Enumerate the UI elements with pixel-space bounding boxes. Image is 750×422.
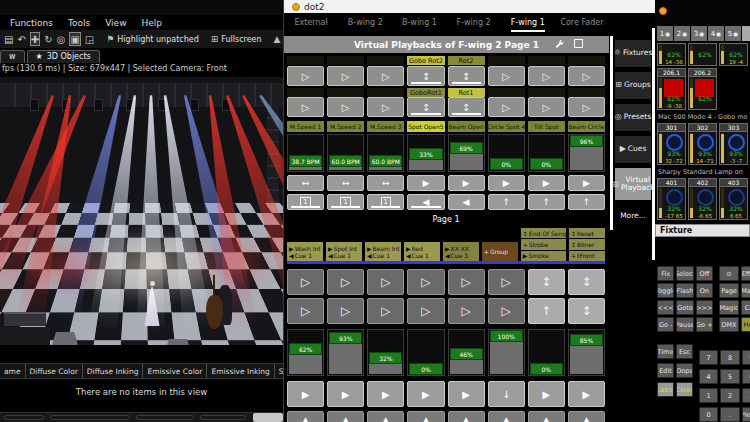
key-macro[interactable]: Macro <box>741 283 750 298</box>
view-tab-2[interactable]: 2◉ <box>674 26 690 41</box>
fixture-cell-302[interactable]: 93% 14 -71 <box>688 131 717 165</box>
executor-button[interactable]: ▷ <box>367 97 404 117</box>
key-5[interactable]: 5 <box>720 369 739 384</box>
fixture-cell[interactable]: 62% 19 -4 <box>719 43 748 66</box>
bottom-toolbar-light-button[interactable] <box>253 413 283 422</box>
fullscreen-button[interactable]: ⊞ Fullscreen <box>211 34 262 44</box>
key-esc[interactable]: Esc <box>676 344 693 359</box>
fixture-id[interactable]: 401 <box>657 178 686 186</box>
executor-button-gobo-rot2[interactable]: ↕ <box>407 66 444 86</box>
tab-core-fader[interactable]: Core Fader <box>555 13 609 32</box>
tab-b-wing-1[interactable]: B-wing 1 <box>392 13 446 32</box>
fixture-cell[interactable]: 62% 14 -38 <box>657 43 686 66</box>
fixture-cell-401[interactable]: 32% -17 65 <box>657 186 686 220</box>
flash-up-button[interactable]: ↑ <box>528 194 565 210</box>
fader-tilt-spot[interactable]: 0% <box>528 134 565 172</box>
sidebar-item-more[interactable]: More... <box>615 205 651 227</box>
key-clear[interactable]: Clear <box>676 382 693 397</box>
executor-button-gobo-rot1[interactable]: ↕ <box>407 97 444 117</box>
executor-button[interactable]: ▷ <box>488 97 525 117</box>
playbacks-scrollbar[interactable] <box>610 36 613 230</box>
fixture-cell[interactable]: 62% <box>688 43 717 66</box>
key-go-plus[interactable]: Go + <box>696 317 713 332</box>
key-blind[interactable]: ⊙ <box>719 266 739 281</box>
column-emissive-color[interactable]: Emissive Color <box>143 364 207 378</box>
key-0[interactable]: 0 <box>699 407 718 422</box>
fader-spot-open5[interactable]: 33% <box>407 134 444 172</box>
executor-button[interactable]: ▷ <box>327 66 364 86</box>
executor-button[interactable]: ▷ <box>327 298 364 324</box>
key-2[interactable]: 2 <box>720 388 739 403</box>
flash-up-button[interactable]: ▲ <box>367 411 404 422</box>
bottom-toolbar-button[interactable] <box>200 415 246 420</box>
key-page[interactable]: Page <box>719 283 739 298</box>
orbit-tool-icon[interactable]: ◎ <box>57 32 66 46</box>
save-icon[interactable]: ▤ <box>4 32 13 46</box>
executor-xx[interactable]: ▶XX XX ◀Cue 3 <box>443 242 479 261</box>
bottom-toolbar-button[interactable] <box>50 415 130 420</box>
go-button[interactable]: ▶ <box>528 175 565 191</box>
executor-strobe[interactable]: +Strobe <box>521 239 566 249</box>
key-8[interactable]: 8 <box>720 350 739 365</box>
view-tab-1[interactable]: 1◉ <box>657 26 673 41</box>
fixture-id[interactable]: 206.1 <box>657 68 686 76</box>
flash-up-button[interactable]: ↑ <box>488 194 525 210</box>
key-pause[interactable]: Pause <box>676 317 693 332</box>
executor-button[interactable]: ▷ <box>367 298 404 324</box>
stage-3d-viewport[interactable] <box>0 77 283 345</box>
executor-button[interactable]: ▷ <box>327 269 364 295</box>
tab-external[interactable]: External <box>284 13 338 32</box>
executor-spot-int[interactable]: ▶Spot Int ◀Cue 1 <box>326 242 362 261</box>
executor-button[interactable]: ▷ <box>448 298 485 324</box>
executor-button[interactable]: ▷ <box>488 298 525 324</box>
tab-b-wing-2[interactable]: B-wing 2 <box>338 13 392 32</box>
key-fix[interactable]: Fix <box>657 266 674 281</box>
key-flash[interactable]: Flash <box>676 283 693 298</box>
key-please[interactable]: Please <box>742 407 750 422</box>
fixture-id[interactable]: 403 <box>719 178 748 186</box>
executor-button[interactable]: ▷ <box>448 269 485 295</box>
go-button[interactable]: ▶ <box>407 381 444 407</box>
executor-button[interactable]: ▷ <box>407 269 444 295</box>
go-button[interactable]: ▶ <box>488 175 525 191</box>
fixture-cell-402[interactable]: 32% -6 65 <box>688 186 717 220</box>
column-name[interactable]: ame <box>0 364 26 378</box>
column-emissive-inking[interactable]: Emissive Inking <box>207 364 274 378</box>
flash-up-button[interactable]: ▲ <box>528 411 565 422</box>
tab-f-wing-2[interactable]: F-wing 2 <box>447 13 501 32</box>
fixture-cell-301[interactable]: 93% 32 -72 <box>657 131 686 165</box>
fixture-cell-206-2[interactable]: 62% <box>688 76 717 110</box>
menu-help[interactable]: Help <box>142 18 163 28</box>
key-go-minus[interactable]: Go - <box>657 317 674 332</box>
go-button[interactable]: ▶ <box>448 381 485 407</box>
executor-button[interactable]: ▷ <box>327 97 364 117</box>
fixture-cell-303[interactable]: 93% -3 -7 <box>719 131 748 165</box>
speed-tap-button[interactable]: ↔ <box>367 175 404 191</box>
column-diffuse-inking[interactable]: Diffuse Inking <box>83 364 144 378</box>
view-tab-5[interactable]: 5◉ <box>725 26 741 41</box>
down-button[interactable]: ↓ <box>488 381 525 407</box>
key-magic[interactable]: Magic <box>719 300 739 315</box>
executor-button[interactable]: ↕ <box>568 298 605 324</box>
go-button[interactable]: ▶ <box>287 381 324 407</box>
fader-beam-circle[interactable]: 96% <box>568 134 605 172</box>
wrench-icon[interactable] <box>554 39 564 50</box>
go-button[interactable]: ▶ <box>568 381 605 407</box>
executor-button-rot2[interactable]: ↕ <box>448 66 485 86</box>
fader[interactable]: 100% <box>488 329 525 376</box>
key-off[interactable]: Off <box>696 266 713 281</box>
fixture-id[interactable]: 301 <box>657 123 686 131</box>
fader[interactable]: 0% <box>528 329 565 376</box>
key-help[interactable]: Help <box>741 317 750 332</box>
fader[interactable]: 0% <box>407 329 444 376</box>
sidebar-item-cues[interactable]: ▶ Cues <box>615 136 651 163</box>
key-prev[interactable]: <<< <box>657 300 674 315</box>
flash-button[interactable]: 1 <box>367 194 404 210</box>
fader[interactable]: 62% <box>287 329 324 376</box>
speed-tap-button[interactable]: ↔ <box>327 175 364 191</box>
goback-button[interactable]: ◀ <box>407 194 444 210</box>
fader-circle-spot[interactable]: 0% <box>488 134 525 172</box>
fixture-id[interactable]: 303 <box>719 123 748 131</box>
go-button[interactable]: ▶ <box>327 381 364 407</box>
executor-tfront[interactable]: +tFront <box>569 251 605 261</box>
